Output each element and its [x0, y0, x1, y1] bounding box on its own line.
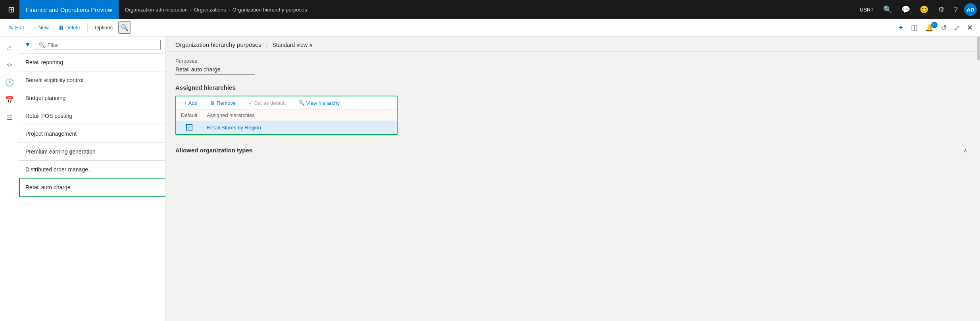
allowed-org-types-header[interactable]: Allowed organization types ∧: [175, 143, 967, 158]
view-hierarchy-button[interactable]: 🔍 View hierarchy: [295, 99, 343, 107]
hierarchy-link[interactable]: Retail Stores by Region: [207, 125, 261, 131]
right-scrollbar[interactable]: [977, 37, 980, 321]
sidebar-home-icon[interactable]: ⌂: [2, 40, 17, 56]
breadcrumb-sep-1: ›: [190, 7, 192, 13]
settings-icon[interactable]: ⚙: [935, 5, 947, 14]
allowed-org-types-section: Allowed organization types ∧: [175, 143, 967, 158]
list-panel: ▼ 🔍 Retail reporting Benefit eligibility…: [19, 37, 166, 321]
collapse-icon[interactable]: ∧: [963, 147, 967, 154]
set-default-button[interactable]: ✓ Set as default: [245, 99, 289, 107]
list-item-distributed-order[interactable]: Distributed order manage...: [19, 161, 165, 179]
list-filter-bar: ▼ 🔍: [19, 37, 165, 54]
view-selector[interactable]: Standard view ∨: [272, 42, 313, 48]
new-button[interactable]: + New: [29, 23, 52, 33]
breadcrumb-org-admin[interactable]: Organization administration: [125, 7, 188, 13]
cmd-right-actions: ✦ ◫ 🔔 0 ↺ ⤢ ✕: [895, 22, 975, 34]
sidebar-icons: ⌂ ☆ 🕐 📅 ☰: [0, 37, 19, 321]
edit-button[interactable]: ✎ Edit: [5, 23, 28, 33]
add-button[interactable]: + Add: [181, 99, 201, 107]
remove-button[interactable]: 🗑 Remove: [207, 99, 239, 107]
app-name: Finance and Operations Preview: [19, 0, 119, 19]
page-header: Organization hierarchy purposes | Standa…: [166, 37, 977, 52]
view-chevron-icon: ∨: [309, 42, 313, 48]
table-row[interactable]: ✓ Retail Stores by Region: [176, 121, 397, 134]
help-icon[interactable]: ?: [951, 6, 961, 14]
open-in-new-icon[interactable]: ◫: [909, 22, 920, 34]
breadcrumb-organizations[interactable]: Organizations: [194, 7, 226, 13]
user-avatar[interactable]: AD: [964, 3, 977, 16]
assigned-hierarchies-title: Assigned hierarchies: [175, 84, 967, 91]
assigned-hierarchies-section: Assigned hierarchies + Add | 🗑 Remove | …: [175, 84, 967, 135]
breadcrumb-sep-2: ›: [228, 7, 230, 13]
personalize-icon[interactable]: ✦: [895, 22, 906, 34]
sidebar-calendar-icon[interactable]: 📅: [2, 92, 17, 108]
top-bar-right: USRT 🔍 💬 😊 ⚙ ? AD: [857, 3, 977, 16]
chat-icon[interactable]: 💬: [898, 5, 913, 14]
refresh-icon[interactable]: ↺: [938, 22, 949, 34]
new-icon: +: [33, 25, 37, 31]
options-button[interactable]: Options: [91, 23, 117, 32]
list-item-premium-earning[interactable]: Premium earning generation: [19, 143, 165, 161]
purpose-value: Retail auto charge: [175, 66, 255, 75]
command-bar: ✎ Edit + New 🗑 Delete Options 🔍 ✦ ◫ 🔔 0 …: [0, 19, 980, 37]
filter-input[interactable]: [48, 42, 157, 48]
assigned-hierarchies-box: + Add | 🗑 Remove | ✓ Set as default | 🔍 …: [175, 96, 398, 135]
filter-icon[interactable]: ▼: [24, 40, 32, 49]
hierarchy-name-cell: Retail Stores by Region: [202, 121, 397, 134]
list-items: Retail reporting Benefit eligibility con…: [19, 54, 165, 321]
list-item-project-management[interactable]: Project management: [19, 125, 165, 143]
content-area: Purposes Retail auto charge Assigned hie…: [166, 52, 977, 321]
delete-icon: 🗑: [58, 25, 64, 31]
breadcrumb-current: Organization hierarchy purposes: [233, 7, 307, 13]
cmd-search-button[interactable]: 🔍: [118, 21, 131, 34]
fullscreen-icon[interactable]: ⤢: [951, 22, 962, 34]
app-grid-icon[interactable]: ⊞: [3, 5, 19, 14]
assigned-hierarchies-column-header: Assigned hierarchies: [202, 110, 397, 121]
purposes-section: Purposes Retail auto charge: [175, 58, 967, 83]
sidebar-star-icon[interactable]: ☆: [2, 57, 17, 73]
list-item-retail-pos-posting[interactable]: Retail POS posting: [19, 107, 165, 125]
badge-count: 0: [931, 22, 938, 28]
main-layout: ⌂ ☆ 🕐 📅 ☰ ▼ 🔍 Retail reporting Benefit e…: [0, 37, 980, 321]
search-icon[interactable]: 🔍: [880, 5, 895, 14]
delete-button[interactable]: 🗑 Delete: [54, 23, 85, 33]
username-label: USRT: [857, 7, 877, 13]
list-item-retail-reporting[interactable]: Retail reporting: [19, 54, 165, 71]
notification-badge[interactable]: 🔔 0: [922, 23, 936, 32]
page-header-separator: |: [266, 42, 268, 48]
list-item-benefit-eligibility[interactable]: Benefit eligibility control: [19, 71, 165, 89]
default-checkbox-cell[interactable]: ✓: [176, 121, 202, 134]
default-column-header: Default: [176, 110, 202, 121]
cmd-separator-1: [87, 23, 88, 33]
filter-input-wrap: 🔍: [35, 40, 161, 50]
default-checkbox[interactable]: ✓: [186, 124, 192, 131]
allowed-org-types-title: Allowed organization types: [175, 147, 252, 154]
edit-icon: ✎: [9, 25, 13, 31]
scrollbar-thumb[interactable]: [977, 37, 980, 60]
sidebar-list-icon[interactable]: ☰: [2, 110, 17, 125]
sidebar-recent-icon[interactable]: 🕐: [2, 75, 17, 90]
smiley-icon[interactable]: 😊: [917, 5, 932, 14]
close-icon[interactable]: ✕: [965, 22, 975, 34]
assigned-table: Default Assigned hierarchies ✓ Retail St…: [176, 110, 397, 134]
list-item-retail-auto-charge[interactable]: Retail auto charge: [19, 179, 165, 196]
list-item-budget-planning[interactable]: Budget planning: [19, 89, 165, 107]
top-navigation-bar: ⊞ Finance and Operations Preview Organiz…: [0, 0, 980, 19]
main-content: Organization hierarchy purposes | Standa…: [166, 37, 977, 321]
purposes-label: Purposes: [175, 58, 967, 64]
filter-search-icon: 🔍: [38, 42, 45, 48]
breadcrumb: Organization administration › Organizati…: [119, 7, 313, 13]
page-title: Organization hierarchy purposes: [175, 41, 261, 48]
assigned-toolbar: + Add | 🗑 Remove | ✓ Set as default | 🔍 …: [176, 96, 397, 110]
